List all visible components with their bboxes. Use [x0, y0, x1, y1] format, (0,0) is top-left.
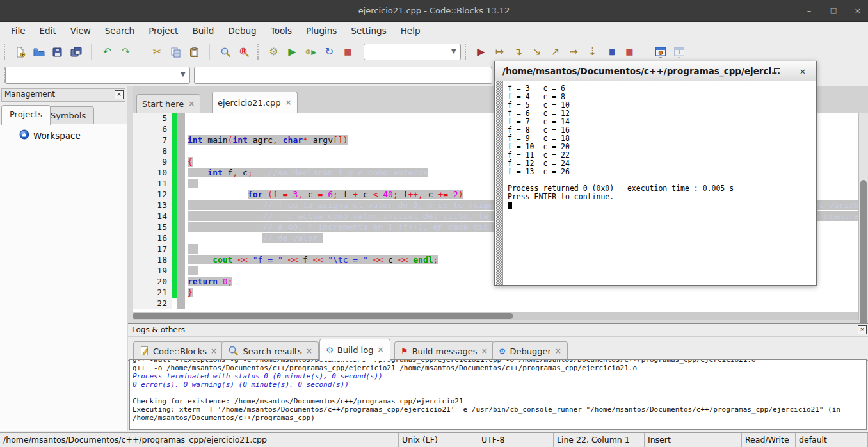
title-bar[interactable]: ejercicio21.cpp - Code::Blocks 13.12 –□×	[0, 0, 868, 22]
hscroll-thumb[interactable]	[133, 313, 513, 319]
step-into-instruction-icon[interactable]: ⇣	[584, 44, 601, 60]
break-debugger-icon[interactable]: ▮▮	[602, 44, 620, 60]
symbol-field[interactable]	[194, 67, 492, 84]
debug-continue-icon[interactable]: ▶	[472, 44, 490, 60]
line-number[interactable]: 18	[133, 254, 172, 265]
editor-horizontal-scrollbar[interactable]	[133, 312, 858, 320]
copy-icon[interactable]	[167, 44, 184, 60]
step-into-icon[interactable]: ↘	[528, 44, 545, 60]
fold-margin[interactable]	[177, 298, 185, 309]
paste-icon[interactable]	[186, 44, 203, 60]
replace-icon[interactable]: R	[236, 44, 253, 60]
fold-margin[interactable]	[177, 189, 185, 200]
cut-icon[interactable]: ✂	[149, 44, 166, 60]
minimize-button[interactable]: –	[804, 6, 814, 15]
fold-margin[interactable]	[177, 200, 185, 211]
tab-projects[interactable]: Projects	[1, 105, 51, 125]
tab-close-icon[interactable]: ×	[285, 93, 291, 112]
log-tab-debugger[interactable]: ⚙Debugger×	[492, 341, 568, 361]
open-file-icon[interactable]	[30, 44, 47, 60]
menu-item-edit[interactable]: Edit	[33, 22, 63, 40]
line-number[interactable]: 9	[133, 156, 172, 167]
undo-icon[interactable]: ↶	[99, 44, 116, 60]
line-number[interactable]: 5	[133, 113, 172, 124]
run-icon[interactable]: ▶	[284, 44, 301, 60]
line-number[interactable]: 22	[133, 298, 172, 309]
tab-close-icon[interactable]: ×	[211, 342, 217, 361]
find-icon[interactable]	[217, 44, 234, 60]
menu-item-settings[interactable]: Settings	[344, 22, 393, 40]
line-number[interactable]: 7	[133, 134, 172, 145]
fold-margin[interactable]	[177, 287, 185, 298]
terminal-maximize-button[interactable]	[773, 67, 782, 76]
line-number[interactable]: 17	[133, 243, 172, 254]
maximize-button[interactable]: □	[828, 6, 839, 15]
menu-item-build[interactable]: Build	[185, 22, 221, 40]
logs-close-icon[interactable]: ×	[858, 325, 867, 334]
redo-icon[interactable]: ↷	[117, 44, 134, 60]
fold-margin[interactable]	[177, 254, 185, 265]
management-close-icon[interactable]: ×	[115, 90, 124, 99]
fold-margin[interactable]	[177, 167, 185, 178]
line-number[interactable]: 15	[133, 222, 172, 232]
terminal-close-button[interactable]: ×	[798, 67, 807, 76]
build-target-select[interactable]: ▼	[364, 44, 461, 60]
menu-item-debug[interactable]: Debug	[221, 22, 263, 40]
line-number[interactable]: 6	[133, 124, 172, 134]
menu-item-project[interactable]: Project	[141, 22, 185, 40]
editor-tab-start-here[interactable]: Start here×	[136, 94, 200, 113]
next-instruction-icon[interactable]: ⇢	[565, 44, 583, 60]
line-number[interactable]: 16	[133, 232, 172, 243]
debugging-windows-icon[interactable]	[652, 44, 670, 60]
tab-close-icon[interactable]: ×	[188, 95, 195, 113]
build-icon[interactable]: ⚙	[265, 44, 282, 60]
tab-close-icon[interactable]: ×	[306, 342, 312, 361]
fold-margin[interactable]	[177, 156, 185, 167]
line-number[interactable]: 14	[133, 211, 172, 222]
next-line-icon[interactable]: ↴	[510, 44, 527, 60]
new-file-icon[interactable]	[12, 44, 29, 60]
editor-tab-ejercicio21-cpp[interactable]: ejercicio21.cpp×	[212, 92, 298, 113]
fold-margin[interactable]	[177, 232, 185, 243]
log-tab-build-log[interactable]: ⚙Build log×	[319, 339, 390, 361]
tab-close-icon[interactable]: ×	[481, 342, 488, 361]
close-button[interactable]: ×	[853, 6, 863, 15]
menu-item-help[interactable]: Help	[394, 22, 428, 40]
line-number[interactable]: 11	[133, 178, 172, 189]
fold-margin[interactable]	[177, 265, 185, 276]
line-number[interactable]: 10	[133, 167, 172, 178]
save-all-icon[interactable]	[67, 44, 84, 60]
save-icon[interactable]	[49, 44, 66, 60]
fold-margin[interactable]	[177, 178, 185, 189]
xterm-title-bar[interactable]: /home/msantos/Documentos/c++/programas_c…	[495, 61, 816, 81]
fold-margin[interactable]	[177, 276, 185, 287]
fold-margin[interactable]	[177, 113, 185, 124]
log-tab-search-results[interactable]: Search results×	[221, 341, 318, 361]
tab-close-icon[interactable]: ×	[377, 341, 383, 359]
fold-margin[interactable]	[177, 222, 185, 232]
step-out-icon[interactable]: ↗	[547, 44, 564, 60]
run-to-cursor-icon[interactable]: ↦	[491, 44, 508, 60]
xterm-body[interactable]: f = 3 c = 6f = 4 c = 8f = 5 c = 10f = 6 …	[495, 81, 816, 285]
build-and-run-icon[interactable]: ⚙▶	[302, 44, 319, 60]
line-number[interactable]: 19	[133, 265, 172, 276]
log-tab-build-messages[interactable]: ⚑Build messages×	[394, 341, 494, 361]
scope-combobox[interactable]: ▼	[5, 67, 190, 84]
menu-item-search[interactable]: Search	[98, 22, 141, 40]
menu-item-plugins[interactable]: Plugins	[299, 22, 344, 40]
vscroll-thumb[interactable]	[860, 180, 867, 332]
xterm-scrollbar[interactable]	[496, 81, 503, 285]
fold-margin[interactable]	[177, 243, 185, 254]
menu-item-view[interactable]: View	[63, 22, 98, 40]
fold-margin[interactable]	[177, 211, 185, 222]
line-number[interactable]: 13	[133, 200, 172, 211]
fold-margin[interactable]	[177, 134, 185, 145]
abort-build-icon[interactable]: ■	[339, 44, 357, 60]
tab-close-icon[interactable]: ×	[555, 342, 561, 361]
fold-margin[interactable]	[177, 145, 185, 156]
line-number[interactable]: 8	[133, 145, 172, 156]
menu-item-tools[interactable]: Tools	[264, 22, 299, 40]
line-number[interactable]: 12	[133, 189, 172, 200]
various-info-icon[interactable]: i	[671, 44, 688, 60]
tree-item-workspace[interactable]: Workspace	[0, 124, 127, 142]
